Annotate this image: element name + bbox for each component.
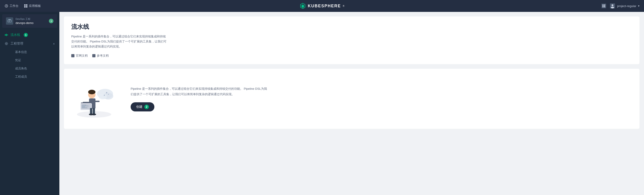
nav-right: project-regular ▾ [602, 3, 640, 9]
info-card: 流水线 Pipeline 是一系列的插件集合，可以通过组合它们来实现持续集成和持… [64, 16, 640, 64]
kubesphere-logo-icon [300, 3, 306, 9]
info-card-links: 官网文档 参考文档 [71, 54, 632, 58]
svg-rect-29 [81, 102, 84, 103]
ref-docs-icon [92, 54, 96, 57]
logo-text: KUBESPHERE [308, 4, 341, 8]
svg-point-14 [612, 4, 614, 6]
page-title: 流水线 [71, 23, 632, 31]
svg-rect-5 [26, 6, 28, 8]
docs-icon [71, 54, 74, 57]
project-members-label: 工程成员 [15, 75, 27, 78]
create-btn-label: 创建 [136, 105, 142, 109]
svg-rect-12 [604, 6, 605, 7]
svg-rect-21 [6, 34, 7, 36]
svg-point-43 [99, 94, 107, 99]
member-roles-label: 成员角色 [15, 67, 27, 70]
templates-nav-item[interactable]: 应用模板 [24, 4, 41, 8]
templates-icon [24, 4, 28, 8]
sidebar-item-credentials[interactable]: 凭证 [10, 56, 60, 64]
svg-rect-36 [95, 101, 100, 102]
empty-state-card: Pipeline 是一系列的插件集合，可以通过组合它们来实现持续集成和持续交付的… [64, 69, 640, 129]
svg-point-27 [88, 90, 96, 94]
create-pipeline-button[interactable]: 创建 2 [131, 102, 154, 112]
empty-state-content: Pipeline 是一系列的插件集合，可以通过组合它们来实现持续集成和持续交付的… [131, 86, 632, 112]
official-docs-link[interactable]: 官网文档 [71, 54, 88, 58]
templates-label: 应用模板 [29, 4, 41, 8]
top-navigation: 工作台 应用模板 KUBESPHERE® [0, 0, 644, 12]
username-label: project-regular [617, 4, 636, 8]
sidebar-item-member-roles[interactable]: 成员角色 [10, 64, 60, 72]
sidebar-item-pipeline[interactable]: 流水线 1 [0, 30, 60, 39]
svg-rect-20 [5, 34, 6, 36]
project-mgmt-label: 工程管理 [10, 42, 23, 46]
svg-rect-35 [82, 108, 88, 108]
workbench-nav-item[interactable]: 工作台 [4, 4, 18, 8]
svg-rect-38 [93, 108, 95, 114]
svg-rect-37 [90, 108, 92, 114]
sidebar-sub-items: 基本信息 凭证 成员角色 工程成员 [0, 48, 60, 81]
grid-icon[interactable] [602, 4, 606, 8]
sidebar-item-basic-info[interactable]: 基本信息 [10, 48, 60, 56]
official-docs-label: 官网文档 [76, 54, 88, 58]
svg-rect-22 [7, 34, 8, 36]
svg-rect-11 [602, 6, 604, 7]
devops-expand-arrow[interactable]: ▾ [49, 19, 54, 23]
svg-rect-33 [82, 106, 88, 106]
project-mgmt-chevron: ∧ [53, 42, 55, 45]
ref-docs-label: 参考文档 [97, 54, 109, 58]
ref-docs-link[interactable]: 参考文档 [92, 54, 109, 58]
pipeline-label: 流水线 [10, 33, 20, 37]
logo-reg: ® [343, 5, 344, 7]
svg-point-44 [106, 92, 107, 94]
settings-icon [4, 42, 8, 46]
credentials-label: 凭证 [15, 58, 21, 62]
svg-point-15 [611, 6, 614, 8]
svg-rect-32 [82, 105, 86, 105]
sidebar: DevOps 工程 devops-demo ▾ 流水线 1 [0, 12, 60, 195]
svg-rect-16 [8, 20, 12, 22]
svg-rect-10 [604, 4, 605, 6]
devops-header-text: DevOps 工程 devops-demo [16, 17, 46, 25]
info-card-description: Pipeline 是一系列的插件集合，可以通过组合它们来实现持续集成和持续交付的… [71, 34, 167, 49]
devops-project-name: devops-demo [16, 21, 46, 25]
sidebar-group-project-mgmt[interactable]: 工程管理 ∧ [0, 39, 60, 48]
devops-project-header[interactable]: DevOps 工程 devops-demo ▾ [2, 14, 57, 28]
sidebar-nav: 流水线 1 工程管理 ∧ 基本信息 凭证 [0, 29, 60, 83]
main-layout: DevOps 工程 devops-demo ▾ 流水线 1 [0, 12, 644, 195]
empty-illustration [71, 78, 117, 120]
main-content: 流水线 Pipeline 是一系列的插件集合，可以通过组合它们来实现持续集成和持… [60, 12, 644, 195]
devops-project-icon [6, 17, 13, 25]
create-btn-badge: 2 [144, 104, 149, 109]
devops-type-label: DevOps 工程 [16, 17, 46, 21]
svg-rect-9 [602, 4, 604, 6]
svg-rect-4 [24, 6, 26, 8]
user-avatar-icon [610, 3, 615, 9]
pipeline-icon [4, 33, 8, 37]
svg-rect-2 [24, 4, 26, 6]
svg-rect-3 [26, 4, 28, 6]
user-menu[interactable]: project-regular ▾ [610, 3, 640, 9]
logo-area: KUBESPHERE® [300, 3, 344, 9]
svg-point-40 [92, 114, 96, 115]
user-dropdown-arrow: ▾ [638, 4, 640, 8]
svg-rect-19 [9, 21, 10, 22]
svg-point-23 [6, 43, 7, 44]
empty-state-description: Pipeline 是一系列的插件集合，可以通过组合它们来实现持续集成和持续交付的… [131, 86, 268, 97]
svg-rect-34 [82, 107, 85, 107]
svg-rect-17 [8, 19, 11, 20]
svg-point-1 [6, 6, 7, 6]
svg-point-46 [104, 95, 105, 96]
svg-rect-18 [9, 20, 10, 21]
basic-info-label: 基本信息 [15, 50, 27, 54]
sidebar-item-project-members[interactable]: 工程成员 [10, 72, 60, 81]
svg-point-45 [108, 94, 109, 95]
nav-left: 工作台 应用模板 [4, 4, 41, 8]
workbench-icon [4, 4, 8, 8]
workbench-label: 工作台 [10, 4, 18, 8]
pipeline-badge: 1 [24, 33, 28, 37]
